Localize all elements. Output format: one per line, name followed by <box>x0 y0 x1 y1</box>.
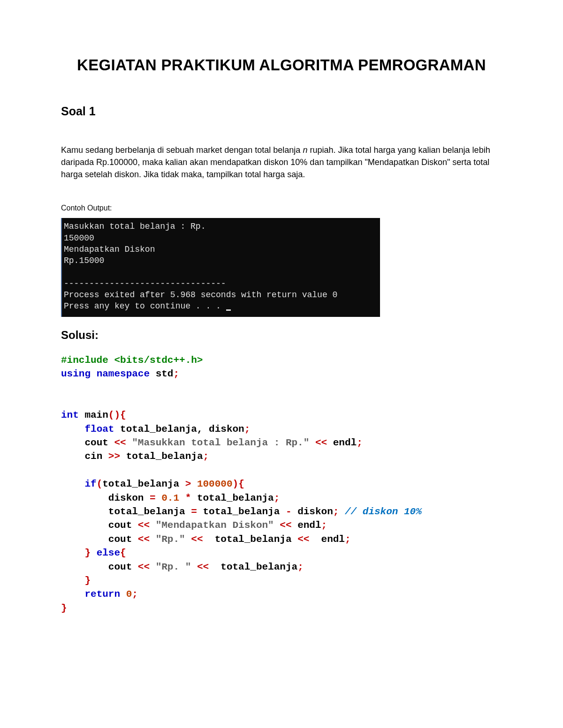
code-endl1: endl <box>333 437 357 448</box>
code-brace-close1: } <box>84 548 91 558</box>
code-minus: - <box>280 506 297 517</box>
code-condvar: total_belanja <box>102 479 185 489</box>
code-op4: << <box>138 520 156 531</box>
code-tb4: total_belanja <box>215 562 297 572</box>
code-cond-close: ){ <box>233 479 244 489</box>
code-zero: 0 <box>120 589 132 600</box>
code-tbassign: total_belanja <box>108 506 191 517</box>
code-semi: ; <box>173 368 179 379</box>
code-diskonvar: diskon <box>108 493 150 503</box>
code-brace-close3: } <box>61 603 67 614</box>
code-cout: cout <box>84 437 114 448</box>
code-star: * <box>179 493 197 503</box>
code-eq2: = <box>191 506 203 517</box>
code-lib: <bits/stdc++.h> <box>114 355 203 366</box>
code-semi2: ; <box>244 424 251 435</box>
code-semi6: ; <box>333 506 339 517</box>
code-int: int <box>61 410 79 420</box>
problem-statement: Kamu sedang berbelanja di sebuah market … <box>61 144 502 180</box>
code-op6: << <box>138 534 156 545</box>
terminal-line-4: Rp.15000 <box>64 256 104 265</box>
code-num2: 0.1 <box>161 493 179 503</box>
code-op1: << <box>114 437 132 448</box>
code-gt: > <box>185 479 197 489</box>
terminal-line-7: Process exited after 5.968 seconds with … <box>64 290 337 300</box>
code-endl3: endl <box>315 534 345 545</box>
code-return: return <box>84 589 120 600</box>
code-block: #include <bits/stdc++.h> using namespace… <box>61 353 502 615</box>
code-tb1: total_belanja <box>126 451 203 462</box>
code-op7: << <box>191 534 209 545</box>
code-str4: "Rp. " <box>156 562 191 572</box>
code-cin: cin <box>84 451 108 462</box>
terminal-line-6: -------------------------------- <box>64 279 226 288</box>
terminal-line-2: 150000 <box>64 233 94 243</box>
output-label: Contoh Output: <box>61 204 502 212</box>
code-if: if <box>84 479 96 489</box>
code-vars: total_belanja, diskon <box>114 424 244 435</box>
code-semi10: ; <box>132 589 138 600</box>
code-main: main <box>79 410 108 420</box>
code-semi4: ; <box>203 451 209 462</box>
code-brace-open2: { <box>120 548 126 558</box>
code-semi7: ; <box>321 520 327 531</box>
code-cout3: cout <box>108 534 138 545</box>
code-op9: << <box>138 562 156 572</box>
code-semi9: ; <box>297 562 304 572</box>
code-include: #include <box>61 355 114 366</box>
code-tb2b: total_belanja <box>203 506 280 517</box>
variable-n: n <box>303 145 307 155</box>
code-op2: << <box>315 437 333 448</box>
code-tb3: total_belanja <box>209 534 297 545</box>
code-diskon2: diskon <box>297 506 333 517</box>
terminal-line-1: Masukkan total belanja : Rp. <box>64 222 205 231</box>
code-cond-open: ( <box>97 479 103 489</box>
code-semi8: ; <box>345 534 351 545</box>
heading-soal-1: Soal 1 <box>61 105 502 118</box>
code-str2: "Mendapatkan Diskon" <box>156 520 274 531</box>
code-op3: >> <box>108 451 126 462</box>
terminal-output: Masukkan total belanja : Rp. 150000 Mend… <box>61 218 380 316</box>
code-num1: 100000 <box>197 479 233 489</box>
page-title: KEGIATAN PRAKTIKUM ALGORITMA PEMROGRAMAN <box>61 56 502 74</box>
code-std: std <box>150 368 173 379</box>
code-op5: << <box>280 520 297 531</box>
problem-text-before: Kamu sedang berbelanja di sebuah market … <box>61 145 303 155</box>
code-float: float <box>84 424 114 435</box>
code-namespace: namespace <box>97 368 150 379</box>
code-using: using <box>61 368 91 379</box>
code-str3: "Rp." <box>156 534 185 545</box>
code-cout2: cout <box>108 520 138 531</box>
terminal-line-8: Press any key to continue . . . <box>64 301 226 311</box>
heading-solusi: Solusi: <box>61 329 502 342</box>
terminal-line-3: Mendapatkan Diskon <box>64 245 155 254</box>
code-else: else <box>97 548 120 558</box>
code-semi5: ; <box>274 493 280 503</box>
code-semi3: ; <box>357 437 363 448</box>
code-tb2: total_belanja <box>197 493 274 503</box>
code-brace-close2: } <box>84 575 91 586</box>
code-paren: (){ <box>108 410 126 420</box>
code-eq1: = <box>150 493 161 503</box>
code-op10: << <box>197 562 215 572</box>
cursor-icon <box>226 309 231 311</box>
code-endl2: endl <box>297 520 321 531</box>
code-str1: "Masukkan total belanja : Rp." <box>132 437 309 448</box>
code-op8: << <box>297 534 315 545</box>
code-comment: // diskon 10% <box>345 506 422 517</box>
code-cout4: cout <box>108 562 138 572</box>
